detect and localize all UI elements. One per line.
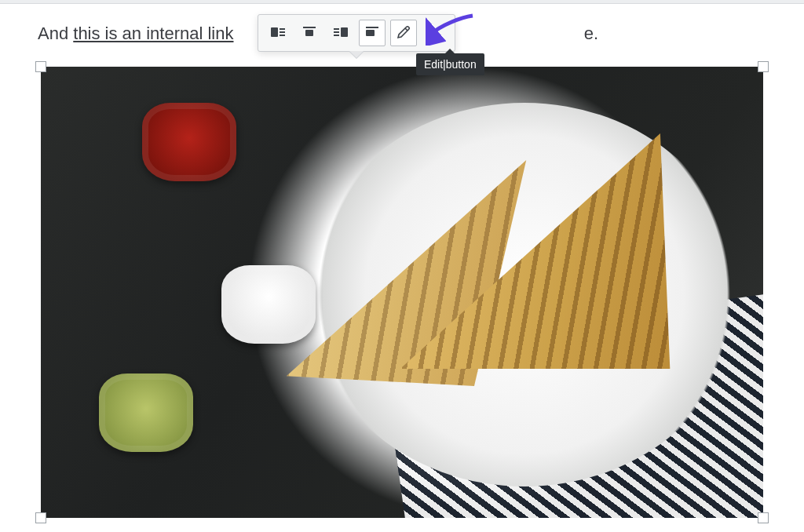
pencil-icon <box>396 24 411 42</box>
align-left-icon <box>270 24 286 42</box>
tooltip: Edit|button <box>416 53 484 75</box>
resize-handle-top-left[interactable] <box>35 61 46 72</box>
svg-rect-5 <box>305 30 313 36</box>
align-right-icon <box>333 24 349 42</box>
resize-handle-top-right[interactable] <box>758 61 769 72</box>
svg-rect-12 <box>366 30 375 36</box>
svg-rect-8 <box>334 28 339 30</box>
close-icon <box>427 24 443 42</box>
align-center-button[interactable] <box>296 20 323 46</box>
align-center-icon <box>302 24 317 42</box>
svg-rect-4 <box>303 27 316 28</box>
editor-content: And this is an internal link XXXXXXXXXXX… <box>0 6 804 518</box>
selected-image-wrapper[interactable] <box>41 67 763 518</box>
paragraph-text-after: e. <box>584 24 598 43</box>
paragraph-text-before: And <box>38 24 73 43</box>
resize-handle-bottom-right[interactable] <box>758 512 769 523</box>
align-left-button[interactable] <box>265 20 291 46</box>
svg-rect-7 <box>341 27 348 37</box>
svg-rect-11 <box>366 27 378 28</box>
svg-rect-1 <box>280 28 285 30</box>
svg-rect-3 <box>280 35 285 36</box>
align-none-button[interactable] <box>359 20 386 46</box>
svg-rect-9 <box>334 31 339 33</box>
resize-handle-bottom-left[interactable] <box>35 512 46 523</box>
svg-rect-0 <box>271 27 278 37</box>
svg-rect-10 <box>334 35 339 36</box>
edit-button[interactable] <box>390 20 417 46</box>
align-right-button[interactable] <box>327 20 354 46</box>
svg-rect-2 <box>280 31 285 33</box>
tooltip-text: Edit|button <box>424 58 477 71</box>
image-toolbar <box>258 14 455 52</box>
image-placeholder[interactable] <box>41 67 763 518</box>
window-top-edge <box>0 0 804 4</box>
internal-link[interactable]: this is an internal link <box>73 24 233 43</box>
remove-button[interactable] <box>422 20 448 46</box>
align-none-icon <box>364 24 380 42</box>
